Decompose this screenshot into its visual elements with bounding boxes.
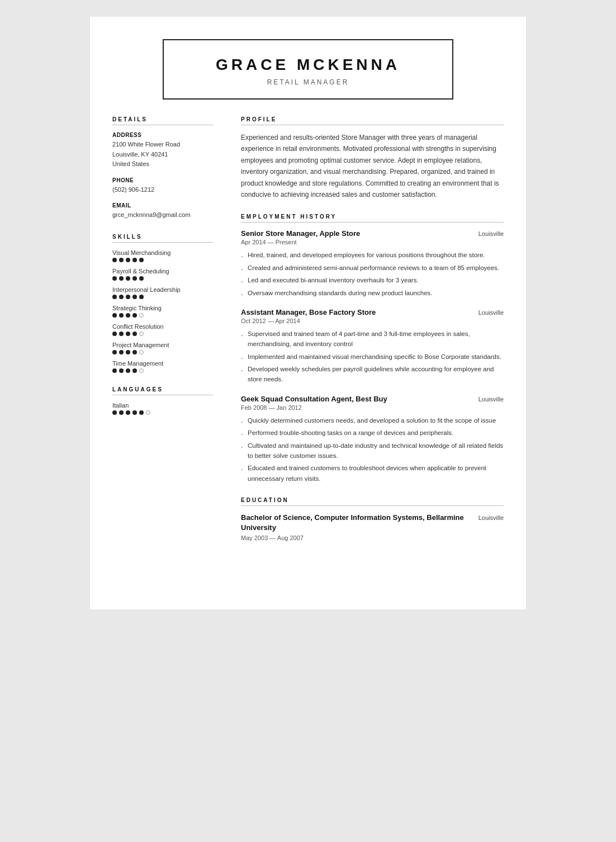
skill-dots xyxy=(112,276,213,281)
job-title: Assistant Manager, Bose Factory Store xyxy=(241,308,376,316)
profile-section: PROFILE Experienced and results-oriented… xyxy=(241,116,504,200)
dot-empty xyxy=(139,313,144,318)
job-bullet: Hired, trained, and developed employees … xyxy=(241,250,504,260)
left-column: DETAILS ADDRESS 2100 White Flower RoadLo… xyxy=(112,116,230,555)
dot-filled xyxy=(119,368,124,373)
details-section-title: DETAILS xyxy=(112,116,213,125)
dot-filled xyxy=(126,313,130,318)
dot-filled xyxy=(139,410,144,415)
edu-date: May 2003 — Aug 2007 xyxy=(241,534,504,541)
employment-section: EMPLOYMENT HISTORY Senior Store Manager,… xyxy=(241,214,504,484)
dot-filled xyxy=(119,410,124,415)
dot-filled xyxy=(126,332,130,336)
job-entry: Assistant Manager, Bose Factory StoreLou… xyxy=(241,308,504,385)
skill-item: Conflict Resolution xyxy=(112,323,213,336)
edu-location: Louisville xyxy=(478,514,504,521)
dot-filled xyxy=(126,295,130,299)
job-header: Geek Squad Consultation Agent, Best BuyL… xyxy=(241,395,504,403)
skill-item: Visual Merchandising xyxy=(112,249,213,262)
dot-filled xyxy=(112,350,117,354)
dot-empty xyxy=(139,350,144,354)
job-title: Senior Store Manager, Apple Store xyxy=(241,229,360,238)
skill-name: Interpersonal Leadership xyxy=(112,286,213,293)
dot-filled xyxy=(112,276,117,281)
job-bullet: Quickly determined customers needs, and … xyxy=(241,415,504,425)
dot-empty xyxy=(146,410,150,415)
address-text: 2100 White Flower RoadLouisville, KY 402… xyxy=(112,140,213,169)
dot-filled xyxy=(112,295,117,299)
job-title: Geek Squad Consultation Agent, Best Buy xyxy=(241,395,387,403)
details-section: DETAILS ADDRESS 2100 White Flower RoadLo… xyxy=(112,116,213,220)
address-block: ADDRESS 2100 White Flower RoadLouisville… xyxy=(112,132,213,169)
job-date: Feb 2008 — Jan 2012 xyxy=(241,404,504,411)
dot-filled xyxy=(132,410,137,415)
language-name: Italian xyxy=(112,402,213,409)
dot-filled xyxy=(132,313,137,318)
job-bullet: Cultivated and maintained up-to-date ind… xyxy=(241,441,504,461)
dot-filled xyxy=(126,368,130,373)
resume-page: GRACE MCKENNA RETAIL MANAGER DETAILS ADD… xyxy=(90,17,526,609)
job-header: Senior Store Manager, Apple StoreLouisvi… xyxy=(241,229,504,238)
header-box: GRACE MCKENNA RETAIL MANAGER xyxy=(163,39,453,100)
language-dots xyxy=(112,410,213,415)
skill-item: Payroll & Scheduling xyxy=(112,268,213,281)
skill-dots xyxy=(112,332,213,336)
skill-dots xyxy=(112,350,213,354)
skill-item: Time Management xyxy=(112,360,213,373)
job-bullet: Led and executed bi-annual inventory ove… xyxy=(241,275,504,285)
skills-section: SKILLS Visual MerchandisingPayroll & Sch… xyxy=(112,234,213,373)
languages-section-title: LANGUAGES xyxy=(112,386,213,395)
dot-filled xyxy=(112,332,117,336)
edu-title: Bachelor of Science, Computer Informatio… xyxy=(241,513,465,533)
skill-name: Payroll & Scheduling xyxy=(112,268,213,275)
job-bullet: Educated and trained customers to troubl… xyxy=(241,463,504,484)
dot-filled xyxy=(119,258,124,262)
languages-list: Italian xyxy=(112,402,213,415)
skill-name: Conflict Resolution xyxy=(112,323,213,330)
skill-dots xyxy=(112,313,213,318)
skill-name: Time Management xyxy=(112,360,213,367)
email-text: grce_mcknnna9@gmail.com xyxy=(112,210,213,220)
education-entry: Bachelor of Science, Computer Informatio… xyxy=(241,513,504,541)
address-label: ADDRESS xyxy=(112,132,213,138)
dot-filled xyxy=(132,258,137,262)
header-name: GRACE MCKENNA xyxy=(186,56,430,74)
job-bullets: Quickly determined customers needs, and … xyxy=(241,415,504,484)
job-header: Assistant Manager, Bose Factory StoreLou… xyxy=(241,308,504,316)
dot-filled xyxy=(139,295,144,299)
skill-item: Project Management xyxy=(112,342,213,354)
education-list: Bachelor of Science, Computer Informatio… xyxy=(241,513,504,541)
skills-list: Visual MerchandisingPayroll & Scheduling… xyxy=(112,249,213,373)
phone-text: (502) 906-1212 xyxy=(112,185,213,195)
edu-header: Bachelor of Science, Computer Informatio… xyxy=(241,513,504,533)
dot-filled xyxy=(132,350,137,354)
skill-item: Strategic Thinking xyxy=(112,305,213,318)
skill-name: Strategic Thinking xyxy=(112,305,213,311)
job-bullet: Supervised and trained team of 4 part-ti… xyxy=(241,329,504,349)
profile-text: Experienced and results-oriented Store M… xyxy=(241,132,504,200)
job-bullet: Developed weekly schedules per payroll g… xyxy=(241,364,504,385)
dot-filled xyxy=(132,332,137,336)
job-bullet: Created and administered semi-annual per… xyxy=(241,263,504,273)
dot-filled xyxy=(139,276,144,281)
dot-filled xyxy=(119,295,124,299)
email-label: EMAIL xyxy=(112,202,213,209)
dot-filled xyxy=(112,368,117,373)
header-title: RETAIL MANAGER xyxy=(186,78,430,86)
phone-label: PHONE xyxy=(112,177,213,183)
dot-filled xyxy=(126,350,130,354)
right-column: PROFILE Experienced and results-oriented… xyxy=(230,116,504,555)
skill-name: Visual Merchandising xyxy=(112,249,213,256)
dot-filled xyxy=(112,258,117,262)
education-section: EDUCATION Bachelor of Science, Computer … xyxy=(241,497,504,541)
job-bullet: Implemented and maintained visual mercha… xyxy=(241,352,504,362)
dot-filled xyxy=(139,258,144,262)
employment-section-title: EMPLOYMENT HISTORY xyxy=(241,214,504,223)
skill-dots xyxy=(112,368,213,373)
phone-block: PHONE (502) 906-1212 xyxy=(112,177,213,195)
dot-filled xyxy=(132,295,137,299)
dot-empty xyxy=(139,368,144,373)
dot-filled xyxy=(119,276,124,281)
job-bullets: Supervised and trained team of 4 part-ti… xyxy=(241,329,504,385)
dot-filled xyxy=(132,368,137,373)
